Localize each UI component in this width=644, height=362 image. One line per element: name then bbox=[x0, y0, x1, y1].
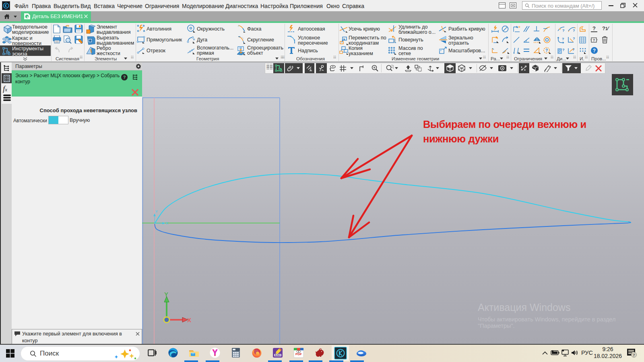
svg-text:?: ? bbox=[572, 47, 575, 51]
svg-text:?: ? bbox=[573, 37, 575, 41]
svg-text:X: X bbox=[166, 221, 168, 225]
svg-text:?: ? bbox=[593, 38, 595, 42]
svg-text:7: 7 bbox=[633, 353, 635, 357]
svg-text:?: ? bbox=[562, 48, 565, 52]
svg-text:?: ? bbox=[123, 75, 126, 80]
svg-text:?: ? bbox=[545, 48, 548, 53]
svg-text:?: ? bbox=[562, 37, 564, 41]
svg-text:?: ? bbox=[562, 29, 565, 33]
svg-text:PDF: PDF bbox=[295, 352, 302, 356]
svg-text:?: ? bbox=[593, 48, 596, 53]
svg-text:Y: Y bbox=[164, 291, 168, 298]
svg-text:Y: Y bbox=[155, 210, 158, 214]
svg-text:X: X bbox=[187, 317, 191, 323]
svg-text:DJVU: DJVU bbox=[275, 354, 281, 356]
svg-text:?: ? bbox=[573, 29, 575, 33]
